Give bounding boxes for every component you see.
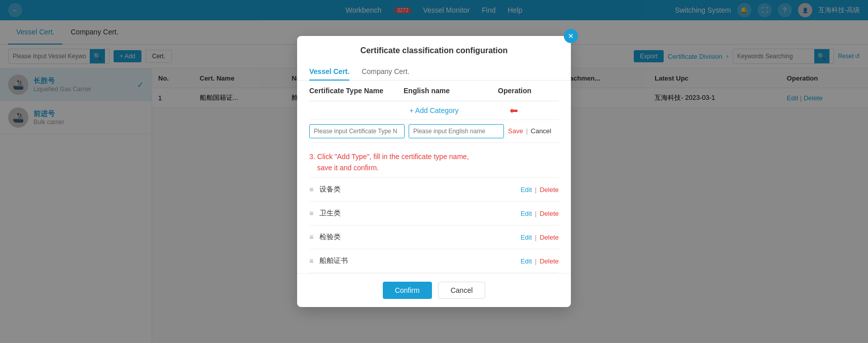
- modal-footer: Confirm Cancel: [297, 273, 571, 307]
- modal-tab-vessel[interactable]: Vessel Cert.: [309, 63, 349, 81]
- category-icon-0: ≡: [309, 185, 313, 194]
- instruction-box: 3. Click "Add Type", fill in the certifi…: [309, 143, 559, 178]
- cat-delete-3[interactable]: Delete: [539, 257, 559, 265]
- cat-actions-3: Edit | Delete: [521, 257, 559, 265]
- confirm-button[interactable]: Confirm: [383, 282, 432, 299]
- modal-title: Certificate classification configuration: [360, 46, 508, 55]
- english-name-input[interactable]: [409, 124, 504, 138]
- modal-overlay: Certificate classification configuration…: [0, 0, 868, 343]
- category-row-2: ≡ 检验类 Edit | Delete: [309, 225, 559, 249]
- cert-type-input[interactable]: [309, 124, 405, 138]
- input-actions: Save | Cancel: [508, 127, 559, 135]
- modal-col-english: English name: [404, 87, 498, 95]
- cat-delete-0[interactable]: Delete: [539, 186, 559, 194]
- modal-tabs: Vessel Cert. Company Cert.: [297, 63, 571, 81]
- add-category-label: + Add Category: [410, 106, 459, 115]
- modal-table-header: Certificate Type Name English name Opera…: [309, 81, 559, 101]
- category-name-3: 船舶证书: [319, 256, 516, 265]
- instruction-text: 3. Click "Add Type", fill in the certifi…: [309, 151, 559, 174]
- category-row-0: ≡ 设备类 Edit | Delete: [309, 178, 559, 202]
- category-name-0: 设备类: [319, 185, 516, 194]
- category-row-3: ≡ 船舶证书 Edit | Delete: [309, 249, 559, 273]
- cat-actions-1: Edit | Delete: [521, 210, 559, 217]
- cat-sep-3: |: [535, 257, 536, 265]
- add-category-row[interactable]: + Add Category ⬅: [309, 101, 559, 120]
- separator: |: [526, 128, 528, 135]
- category-icon-2: ≡: [309, 233, 313, 241]
- cat-delete-2[interactable]: Delete: [539, 234, 559, 241]
- cat-edit-0[interactable]: Edit: [521, 186, 532, 194]
- cat-sep-2: |: [535, 234, 536, 241]
- modal-close-button[interactable]: ✕: [564, 29, 578, 43]
- cancel-button[interactable]: Cancel: [531, 127, 551, 135]
- cancel-modal-button[interactable]: Cancel: [438, 282, 486, 299]
- category-icon-3: ≡: [309, 257, 313, 265]
- category-name-1: 卫生类: [319, 209, 516, 218]
- save-button[interactable]: Save: [508, 127, 523, 135]
- modal-tab-company[interactable]: Company Cert.: [361, 63, 409, 81]
- cat-edit-3[interactable]: Edit: [521, 257, 532, 265]
- category-row-1: ≡ 卫生类 Edit | Delete: [309, 202, 559, 225]
- input-row: Save | Cancel: [309, 120, 559, 143]
- cat-edit-1[interactable]: Edit: [521, 210, 532, 217]
- cat-edit-2[interactable]: Edit: [521, 234, 532, 241]
- modal-col-cert-type: Certificate Type Name: [309, 87, 404, 95]
- category-name-2: 检验类: [319, 233, 516, 242]
- modal-header: Certificate classification configuration…: [297, 36, 571, 63]
- modal-body: Certificate Type Name English name Opera…: [297, 81, 571, 274]
- modal: Certificate classification configuration…: [297, 36, 571, 308]
- modal-col-operation: Operation: [498, 87, 559, 95]
- category-icon-1: ≡: [309, 209, 313, 217]
- cat-sep-0: |: [535, 186, 536, 194]
- cat-sep-1: |: [535, 210, 536, 217]
- cat-actions-0: Edit | Delete: [521, 186, 559, 194]
- red-arrow-icon: ⬅: [510, 104, 518, 117]
- cat-delete-1[interactable]: Delete: [539, 210, 559, 217]
- cat-actions-2: Edit | Delete: [521, 234, 559, 241]
